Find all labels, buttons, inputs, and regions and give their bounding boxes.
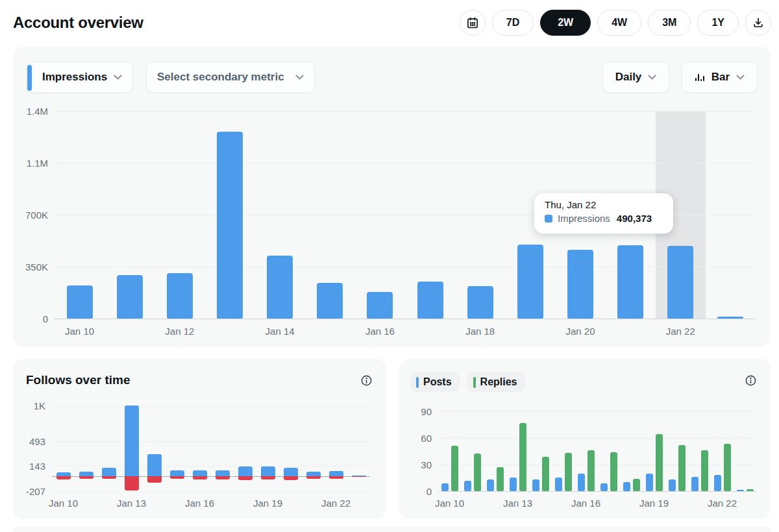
posts-replies-bar-replies-jan-19[interactable] [656,434,663,491]
follows-bar-up-jan-12[interactable] [102,468,116,476]
follows-ytick-143: 143 [12,461,45,472]
follows-bar-down-jan-22[interactable] [329,476,343,479]
posts-replies-xtick-jan-19: Jan 19 [632,498,677,509]
date-range-button-group: 7D2W4W3M1Y [492,10,739,36]
range-button-4w[interactable]: 4W [597,10,641,36]
chart-tooltip: Thu, Jan 22 Impressions 490,373 [534,193,673,234]
posts-replies-bar-replies-jan-21[interactable] [701,450,708,491]
calendar-icon [466,16,479,29]
posts-replies-bar-posts-jan-17[interactable] [600,483,608,491]
follows-bar-up-jan-14[interactable] [147,454,162,476]
range-button-2w[interactable]: 2W [540,10,591,36]
posts-replies-bar-posts-jan-13[interactable] [510,478,517,491]
follows-bar-down-jan-11[interactable] [79,476,93,479]
follows-bar-down-jan-20[interactable] [284,476,298,480]
posts-replies-xtick-jan-16: Jan 16 [563,498,609,509]
range-button-1y[interactable]: 1Y [697,10,739,36]
impressions-bar-jan-10[interactable] [67,285,93,319]
impressions-bar-jan-11[interactable] [117,275,143,319]
follows-bar-up-jan-10[interactable] [56,472,71,476]
follows-xtick-jan-22: Jan 22 [314,498,359,509]
impressions-gridline-1.4M [55,111,756,112]
follows-bar-down-jan-21[interactable] [306,476,321,479]
impressions-ytick-1.4M: 1.4M [14,106,48,117]
follows-bar-down-jan-13[interactable] [125,476,139,491]
impressions-bar-jan-17[interactable] [417,282,443,319]
posts-replies-bar-posts-jan-15[interactable] [555,478,562,491]
posts-replies-bar-posts-jan-20[interactable] [669,479,676,491]
impressions-bar-jan-14[interactable] [267,256,293,319]
impressions-bar-jan-15[interactable] [317,283,343,319]
posts-replies-bar-posts-jan-18[interactable] [623,482,630,491]
posts-replies-gridline-60 [438,438,756,439]
calendar-button[interactable] [460,10,486,36]
posts-replies-bar-posts-jan-16[interactable] [578,474,585,491]
follows-bar-down-jan-18[interactable] [238,476,253,480]
posts-replies-bar-posts-jan-14[interactable] [532,479,539,491]
impressions-bar-jan-20[interactable] [567,250,593,319]
posts-replies-bar-replies-jan-14[interactable] [542,457,549,491]
posts-replies-bar-posts-jan-10[interactable] [441,483,449,491]
follows-bar-up-jan-13[interactable] [125,405,139,476]
posts-replies-bar-replies-jan-17[interactable] [610,452,617,491]
follows-bar-up-jan-21[interactable] [306,472,321,476]
follows-bar-up-jan-16[interactable] [193,470,207,476]
impressions-bar-jan-21[interactable] [617,245,643,319]
follows-bar-up-jan-15[interactable] [170,470,184,476]
follows-bar-down-jan-23[interactable] [352,476,366,477]
posts-replies-gridline-0 [438,491,756,492]
posts-replies-bar-replies-jan-22[interactable] [724,444,731,491]
posts-replies-bar-replies-jan-12[interactable] [497,467,504,491]
impressions-bar-jan-19[interactable] [517,245,543,319]
range-button-7d[interactable]: 7D [492,10,534,36]
posts-replies-bar-replies-jan-20[interactable] [678,445,686,491]
posts-replies-bar-replies-jan-15[interactable] [565,453,572,491]
impressions-bar-jan-13[interactable] [217,132,243,319]
impressions-bar-jan-22[interactable] [667,246,693,319]
posts-replies-bar-replies-jan-18[interactable] [633,479,640,491]
follows-bar-down-jan-12[interactable] [102,476,116,479]
posts-replies-bar-replies-jan-11[interactable] [474,453,481,491]
impressions-xtick-jan-14: Jan 14 [257,326,303,337]
follows-ytick-493: 493 [12,436,45,447]
follows-bar-down-jan-19[interactable] [261,476,275,480]
impressions-bar-jan-23[interactable] [717,317,743,319]
posts-replies-xtick-jan-10: Jan 10 [427,498,473,509]
follows-bar-up-jan-18[interactable] [238,466,253,476]
header: Account overview 7D2W4W3M1Y [13,6,771,39]
tooltip-value: 490,373 [617,213,652,224]
follows-bar-up-jan-17[interactable] [216,470,230,476]
posts-replies-bar-posts-jan-19[interactable] [646,474,653,491]
export-button[interactable] [745,10,771,36]
follows-gridline-493 [52,441,370,442]
posts-replies-bar-posts-jan-23[interactable] [737,490,744,491]
follows-bar-down-jan-10[interactable] [56,476,71,479]
posts-replies-bar-posts-jan-21[interactable] [691,477,699,491]
follows-bar-down-jan-14[interactable] [147,476,162,483]
impressions-bar-jan-16[interactable] [367,292,393,319]
posts-replies-bar-posts-jan-22[interactable] [714,475,721,491]
impressions-ytick-1.1M: 1.1M [14,158,48,169]
follows-bar-up-jan-22[interactable] [329,471,343,476]
follows-bar-up-jan-19[interactable] [261,466,275,476]
posts-replies-bar-replies-jan-16[interactable] [587,450,595,491]
posts-replies-bar-posts-jan-12[interactable] [487,479,494,491]
posts-replies-ytick-90: 90 [398,405,432,417]
impressions-bar-jan-18[interactable] [467,286,493,319]
range-button-3m[interactable]: 3M [648,10,691,36]
posts-replies-bar-posts-jan-11[interactable] [464,481,471,491]
download-icon [752,16,765,29]
impressions-bar-jan-12[interactable] [167,273,193,319]
follows-bar-down-jan-17[interactable] [216,476,230,479]
follows-bar-up-jan-20[interactable] [284,468,298,476]
posts-replies-xtick-jan-13: Jan 13 [495,498,541,509]
impressions-xtick-jan-18: Jan 18 [458,326,503,337]
page-title: Account overview [13,14,143,32]
follows-bar-down-jan-15[interactable] [170,476,184,479]
follows-bar-down-jan-16[interactable] [193,476,207,479]
posts-replies-bar-replies-jan-13[interactable] [519,423,526,491]
follows-bar-up-jan-11[interactable] [79,472,93,476]
posts-replies-bar-replies-jan-23[interactable] [747,489,754,491]
tooltip-series-name: Impressions [558,213,610,224]
posts-replies-bar-replies-jan-10[interactable] [451,446,458,491]
